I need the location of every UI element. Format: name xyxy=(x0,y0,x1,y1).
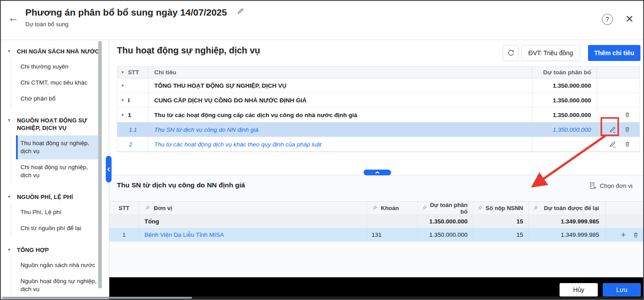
horizontal-scrollbar-thumb[interactable] xyxy=(2,297,192,299)
expand-triangle-icon[interactable]: ▼ xyxy=(121,84,124,88)
sidebar-section-header[interactable]: ▾ NGUỒN PHÍ, LỆ PHÍ xyxy=(8,191,101,203)
chevron-left-icon xyxy=(107,167,111,172)
app-header: ← Phương án phân bổ bổ sung ngày 14/07/2… xyxy=(1,1,643,40)
sidebar-item-thu-phi[interactable]: Thu Phí, Lệ phí xyxy=(16,204,101,220)
header-du-toan-de-lai[interactable]: Dự toán được để lại xyxy=(529,202,606,215)
header-so-nop-nsnn[interactable]: Số nộp NSNN xyxy=(473,202,529,215)
collapse-triangle-icon[interactable]: ▾ xyxy=(8,48,17,53)
pin-icon xyxy=(421,205,427,211)
units-total-row: Tổng 1.350.000.000 15 1.349.999.985 xyxy=(109,215,644,228)
edit-icon[interactable] xyxy=(609,126,617,134)
edit-title-icon[interactable] xyxy=(237,7,244,15)
sidebar: ▾ CHI NGÂN SÁCH NHÀ NƯỚC Chi thường xuyê… xyxy=(1,41,109,296)
header-chi-tieu[interactable]: Chỉ tiêu xyxy=(148,67,532,78)
sidebar-section-nguon-hoat-dong: ▾ NGUỒN HOẠT ĐỘNG SỰ NGHIỆP, DỊCH VỤ Thu… xyxy=(8,115,101,184)
horizontal-scrollbar-track xyxy=(1,296,643,299)
delete-icon[interactable] xyxy=(624,126,631,133)
refresh-icon xyxy=(507,49,515,57)
sidebar-item-chi-hoat-dong[interactable]: Chi hoạt động sự nghiệp, dịch vụ xyxy=(16,159,101,183)
page-title: Phương án phân bổ bổ sung ngày 14/07/202… xyxy=(25,7,227,18)
header-du-toan-phan-bo[interactable]: Dự toán phân bổ xyxy=(418,202,473,215)
header-stt[interactable]: STT xyxy=(109,202,139,215)
pin-icon xyxy=(144,205,150,211)
header-don-vi[interactable]: Đơn vị xyxy=(139,202,367,215)
collapse-triangle-icon[interactable]: ▾ xyxy=(8,193,17,199)
sidebar-item-thu-hoat-dong[interactable]: Thu hoạt động sự nghiệp, dịch vụ xyxy=(16,135,101,159)
pin-icon xyxy=(372,205,377,211)
delete-icon[interactable] xyxy=(624,111,631,118)
units-table: STT Đơn vị Khoản Dự toán phân bổ Số nộp … xyxy=(109,201,644,242)
header-khoan[interactable]: Khoản xyxy=(367,202,418,215)
table-row-group-I[interactable]: ▼I CUNG CẤP DỊCH VỤ CÔNG DO NHÀ NƯỚC ĐỊN… xyxy=(117,93,640,108)
sidebar-section-header[interactable]: ▾ TỔNG HỢP xyxy=(8,244,101,256)
sidebar-section-tong-hop: ▾ TỔNG HỢP Nguồn ngân sách nhà nước Nguồ… xyxy=(8,244,101,296)
sidebar-item-chi-ctmt[interactable]: Chi CTMT, mục tiêu khác xyxy=(16,75,101,91)
add-row-icon[interactable]: + xyxy=(621,231,626,239)
unit-selector[interactable]: ĐVT: Triệu đồng xyxy=(521,45,580,61)
delete-icon[interactable] xyxy=(632,231,639,239)
sidebar-item-chi-thuong-xuyen[interactable]: Chi thường xuyên xyxy=(16,59,101,75)
table-header-row: ▼STT Chỉ tiêu Dự toán phân bổ xyxy=(117,67,640,78)
pin-icon xyxy=(532,205,538,211)
choose-unit-button[interactable]: Chọn đơn vị xyxy=(589,182,632,190)
expand-triangle-icon[interactable]: ▼ xyxy=(121,98,124,102)
units-header-row: STT Đơn vị Khoản Dự toán phân bổ Số nộp … xyxy=(109,202,644,215)
footer-bar: Hủy Lưu xyxy=(109,277,643,298)
delete-icon[interactable] xyxy=(624,141,631,148)
sidebar-item-chi-tu-nguon-phi[interactable]: Chi từ nguồn phí để lại xyxy=(16,220,101,236)
detail-panel: Thu SN từ dịch vụ công do NN định giá Ch… xyxy=(109,175,643,277)
sidebar-section-header[interactable]: ▾ CHI NGÂN SÁCH NHÀ NƯỚC xyxy=(8,46,101,58)
add-target-button[interactable]: Thêm chỉ tiêu xyxy=(588,45,640,61)
units-data-row[interactable]: 1 Bệnh Viện Da Liễu Tỉnh MISA 131 1.350.… xyxy=(109,228,644,242)
header-du-toan[interactable]: Dự toán phân bổ xyxy=(532,67,597,78)
sidebar-section-chi-ngan-sach: ▾ CHI NGÂN SÁCH NHÀ NƯỚC Chi thường xuyê… xyxy=(8,46,101,108)
collapse-panel-button[interactable] xyxy=(364,170,391,175)
building-plus-icon xyxy=(589,182,596,190)
triangle-down-icon: ▼ xyxy=(121,70,124,74)
expand-triangle-icon[interactable]: ▼ xyxy=(121,113,124,117)
sidebar-item-nguon-ngan-sach[interactable]: Nguồn ngân sách nhà nước xyxy=(16,257,101,273)
table-row-total[interactable]: ▼ TỔNG THU HOẠT ĐỘNG SỰ NGHIỆP, DỊCH VỤ … xyxy=(117,78,640,93)
edit-icon[interactable] xyxy=(609,140,617,148)
refresh-button[interactable] xyxy=(503,45,519,61)
main-content: Thu hoạt động sự nghiệp, dịch vụ ĐVT: Tr… xyxy=(109,41,643,296)
collapse-triangle-icon[interactable]: ▾ xyxy=(8,117,17,122)
close-icon[interactable]: × xyxy=(625,11,633,27)
sidebar-section-header[interactable]: ▾ NGUỒN HOẠT ĐỘNG SỰ NGHIỆP, DỊCH VỤ xyxy=(8,115,101,134)
page-subtitle: Dự toán bổ sung xyxy=(25,21,244,28)
detail-title: Thu SN từ dịch vụ công do NN định giá xyxy=(117,181,245,189)
table-row-1-1-selected[interactable]: 1.1 Thu SN từ dịch vụ công do NN định gi… xyxy=(117,122,640,137)
header-stt[interactable]: ▼STT xyxy=(117,67,148,78)
table-row-2[interactable]: 2 Thu từ các hoạt động dịch vụ khác theo… xyxy=(117,137,640,152)
cancel-button[interactable]: Hủy xyxy=(560,283,598,296)
pin-icon xyxy=(477,205,483,211)
sidebar-section-nguon-phi: ▾ NGUỒN PHÍ, LỆ PHÍ Thu Phí, Lệ phí Chi … xyxy=(8,191,101,237)
sidebar-collapse-handle[interactable] xyxy=(106,156,112,182)
save-button[interactable]: Lưu xyxy=(603,283,641,296)
help-icon[interactable]: ? xyxy=(602,14,613,25)
section-title: Thu hoạt động sự nghiệp, dịch vụ xyxy=(117,45,260,56)
back-arrow-icon[interactable]: ← xyxy=(8,12,19,23)
collapse-triangle-icon[interactable]: ▾ xyxy=(8,246,17,252)
table-row-group-1[interactable]: ▼1 Thu từ các hoạt động cung cấp các dịc… xyxy=(117,108,640,122)
chevron-up-icon xyxy=(375,171,380,174)
sidebar-item-cho-phan-bo[interactable]: Chờ phân bổ xyxy=(16,91,101,107)
sidebar-scrollbar[interactable] xyxy=(98,41,102,288)
sidebar-item-nguon-hoat-dong-tong-hop[interactable]: Nguồn hoạt động sự nghiệp, dịch vụ xyxy=(16,273,101,296)
targets-table: ▼STT Chỉ tiêu Dự toán phân bổ ▼ TỔNG THU… xyxy=(117,66,640,152)
